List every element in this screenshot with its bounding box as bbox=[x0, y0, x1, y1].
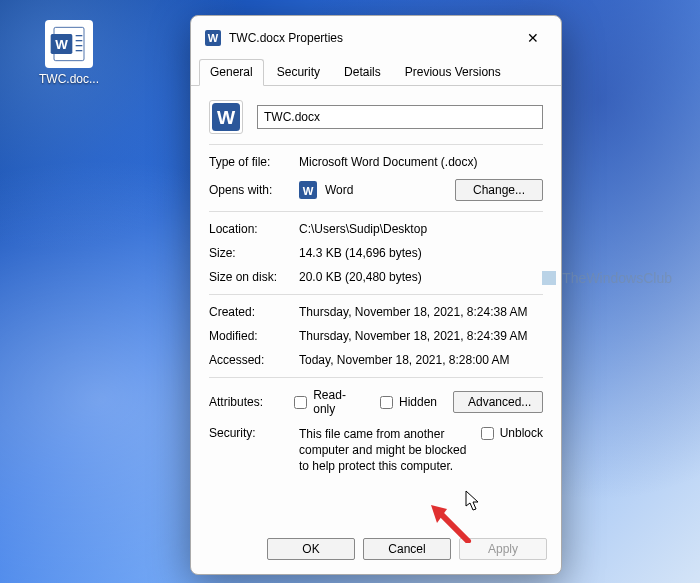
word-icon: W bbox=[205, 30, 221, 46]
word-icon: W bbox=[299, 181, 317, 199]
desktop-file-label: TWC.doc... bbox=[30, 72, 108, 86]
tab-security[interactable]: Security bbox=[266, 59, 331, 86]
location-label: Location: bbox=[209, 222, 299, 236]
security-text: This file came from another computer and… bbox=[299, 426, 469, 475]
word-file-icon: W bbox=[45, 20, 93, 68]
tab-content: W Type of file: Microsoft Word Document … bbox=[191, 86, 561, 528]
opens-with-value: Word bbox=[325, 183, 353, 197]
dialog-footer: OK Cancel Apply bbox=[191, 528, 561, 574]
close-button[interactable]: ✕ bbox=[515, 24, 551, 52]
size-on-disk-value: 20.0 KB (20,480 bytes) bbox=[299, 270, 543, 284]
cancel-button[interactable]: Cancel bbox=[363, 538, 451, 560]
svg-text:W: W bbox=[217, 107, 236, 128]
tab-details[interactable]: Details bbox=[333, 59, 392, 86]
tab-general[interactable]: General bbox=[199, 59, 264, 86]
accessed-value: Today, November 18, 2021, 8:28:00 AM bbox=[299, 353, 543, 367]
properties-dialog: W TWC.docx Properties ✕ General Security… bbox=[190, 15, 562, 575]
readonly-checkbox[interactable]: Read-only bbox=[294, 388, 364, 416]
created-label: Created: bbox=[209, 305, 299, 319]
accessed-label: Accessed: bbox=[209, 353, 299, 367]
location-value: C:\Users\Sudip\Desktop bbox=[299, 222, 543, 236]
ok-button[interactable]: OK bbox=[267, 538, 355, 560]
opens-with-label: Opens with: bbox=[209, 183, 299, 197]
change-button[interactable]: Change... bbox=[455, 179, 543, 201]
svg-text:W: W bbox=[208, 32, 219, 44]
size-value: 14.3 KB (14,696 bytes) bbox=[299, 246, 543, 260]
svg-text:W: W bbox=[55, 37, 68, 52]
apply-button: Apply bbox=[459, 538, 547, 560]
advanced-button[interactable]: Advanced... bbox=[453, 391, 543, 413]
hidden-checkbox[interactable]: Hidden bbox=[380, 395, 437, 409]
size-on-disk-label: Size on disk: bbox=[209, 270, 299, 284]
titlebar: W TWC.docx Properties ✕ bbox=[191, 16, 561, 58]
file-type-icon: W bbox=[209, 100, 243, 134]
type-label: Type of file: bbox=[209, 155, 299, 169]
modified-value: Thursday, November 18, 2021, 8:24:39 AM bbox=[299, 329, 543, 343]
watermark: TheWindowsClub bbox=[542, 270, 672, 286]
desktop-file-icon[interactable]: W TWC.doc... bbox=[30, 20, 108, 86]
filename-input[interactable] bbox=[257, 105, 543, 129]
tab-strip: General Security Details Previous Versio… bbox=[191, 58, 561, 86]
attributes-label: Attributes: bbox=[209, 395, 294, 409]
tab-previous-versions[interactable]: Previous Versions bbox=[394, 59, 512, 86]
modified-label: Modified: bbox=[209, 329, 299, 343]
dialog-title: TWC.docx Properties bbox=[229, 31, 515, 45]
unblock-checkbox[interactable]: Unblock bbox=[481, 426, 543, 440]
svg-text:W: W bbox=[303, 185, 314, 197]
security-label: Security: bbox=[209, 426, 299, 440]
created-value: Thursday, November 18, 2021, 8:24:38 AM bbox=[299, 305, 543, 319]
type-value: Microsoft Word Document (.docx) bbox=[299, 155, 543, 169]
size-label: Size: bbox=[209, 246, 299, 260]
